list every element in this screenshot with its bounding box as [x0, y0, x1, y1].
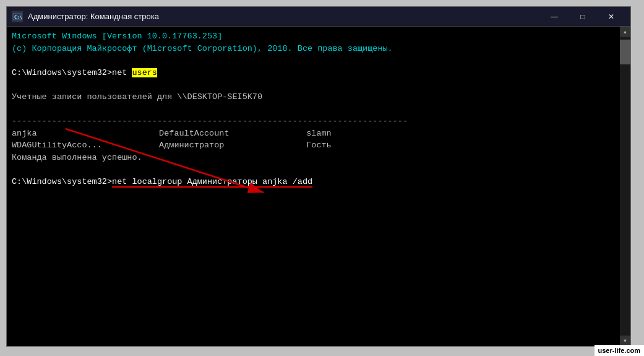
- user-guest: Гость: [306, 141, 332, 150]
- cmd-window: C:\ Администратор: Командная строка — □ …: [6, 6, 631, 347]
- highlight-users: users: [132, 68, 157, 77]
- scrollbar[interactable]: ▲ ▼: [620, 27, 630, 346]
- user-slamn: slamn: [306, 129, 332, 138]
- titlebar-title: Администратор: Командная строка: [28, 12, 540, 21]
- console-line-blank4: [12, 163, 615, 176]
- watermark: user-life.com: [595, 345, 644, 356]
- console-line-copyright: (с) Корпорация Майкрософт (Microsoft Cor…: [12, 43, 615, 55]
- titlebar-icon: C:\: [12, 11, 23, 22]
- console-line-user-row2: WDAGUtilityAcco... Администратор Гость: [12, 139, 615, 152]
- console-line-localgroup-cmd: C:\Windows\system32>net localgroup Админ…: [12, 176, 615, 188]
- console-line-blank1: [12, 54, 615, 67]
- console-area: Microsoft Windows [Version 10.0.17763.25…: [7, 27, 630, 346]
- scroll-up-arrow[interactable]: ▲: [620, 27, 630, 37]
- minimize-button[interactable]: —: [540, 7, 569, 27]
- scrollbar-thumb[interactable]: [620, 40, 630, 64]
- console-line-separator: ----------------------------------------…: [12, 115, 615, 128]
- console-line-success1: Команда выполнена успешно.: [12, 152, 615, 164]
- console-line-blank2: [12, 79, 615, 91]
- console-line-accounts-header: Учетные записи пользователей для \\DESKT…: [12, 91, 615, 103]
- maximize-button[interactable]: □: [569, 7, 597, 27]
- console-output[interactable]: Microsoft Windows [Version 10.0.17763.25…: [7, 27, 620, 346]
- titlebar: C:\ Администратор: Командная строка — □ …: [7, 7, 630, 27]
- console-line-version: Microsoft Windows [Version 10.0.17763.25…: [12, 30, 615, 43]
- close-button[interactable]: ✕: [597, 7, 625, 27]
- user-defaultaccount: DefaultAccount: [159, 128, 301, 140]
- console-line-user-row1: anjka DefaultAccount slamn: [12, 128, 615, 140]
- console-line-net-users-cmd: C:\Windows\system32>net users: [12, 67, 615, 79]
- svg-text:C:\: C:\: [14, 15, 22, 20]
- titlebar-controls: — □ ✕: [540, 7, 625, 27]
- user-wdag: WDAGUtilityAcco...: [12, 139, 154, 152]
- user-administrator: Администратор: [159, 139, 301, 152]
- localgroup-command-underline: net localgroup Администраторы anjka /add: [112, 177, 312, 188]
- user-anjka: anjka: [12, 128, 154, 140]
- console-line-blank3: [12, 103, 615, 115]
